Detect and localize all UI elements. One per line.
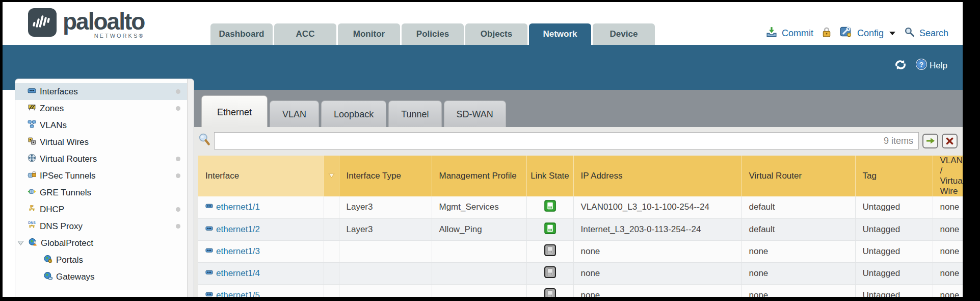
column-header-vr[interactable]: Virtual Router	[741, 156, 855, 196]
interface-icon	[205, 202, 213, 212]
status-dot	[176, 89, 180, 94]
help-button[interactable]: ? Help	[915, 58, 947, 73]
status-dot	[176, 173, 180, 178]
tab-network[interactable]: Network	[529, 23, 591, 45]
column-header-link[interactable]: Link State	[526, 156, 573, 196]
sidebar-item-label: GRE Tunnels	[40, 188, 91, 198]
cell-vlan: none	[933, 218, 963, 240]
sidebar-item-ipsec-tunnels[interactable]: IPSec Tunnels	[15, 167, 194, 184]
virtual-wires-icon	[28, 137, 36, 148]
commit-button[interactable]: Commit	[782, 28, 813, 39]
tab-acc[interactable]: ACC	[274, 23, 336, 45]
cell-type	[339, 284, 432, 297]
refresh-icon[interactable]	[894, 59, 907, 73]
column-header-interface[interactable]: Interface	[198, 156, 324, 196]
cell-type: Layer3	[339, 218, 432, 240]
interface-link[interactable]: ethernet1/1	[205, 202, 260, 212]
dhcp-icon: IP	[28, 204, 36, 215]
network-sidebar: InterfacesZonesVLANsVirtual WiresVirtual…	[15, 79, 194, 297]
config-button[interactable]: Config	[857, 28, 884, 39]
cell-vr: none	[741, 262, 855, 284]
sidebar-item-dns-proxy[interactable]: DNSDNS Proxy	[15, 218, 194, 235]
subtab-vlan[interactable]: VLAN	[270, 101, 319, 127]
sidebar-item-label: IPSec Tunnels	[40, 171, 96, 181]
lock-icon[interactable]	[821, 27, 832, 40]
sidebar-item-vlans[interactable]: VLANs	[15, 117, 194, 134]
link-state-up-icon	[526, 218, 573, 240]
column-header-vlan[interactable]: VLAN / Virtual Wire	[933, 156, 963, 196]
sidebar-item-globalprotect[interactable]: GlobalProtect	[15, 235, 194, 252]
search-button[interactable]: Search	[919, 28, 948, 39]
status-dot	[176, 157, 180, 161]
status-dot	[176, 106, 180, 111]
table-row: ethernet1/5nonenoneUntaggednone	[198, 284, 963, 297]
sidebar-item-virtual-routers[interactable]: Virtual Routers	[15, 150, 194, 167]
ipsec-tunnels-icon	[28, 170, 36, 182]
nav-actions: Commit Config	[766, 26, 948, 40]
interface-link[interactable]: ethernet1/2	[205, 224, 260, 235]
link-state-down-icon	[526, 284, 573, 297]
subtab-ethernet[interactable]: Ethernet	[201, 95, 268, 127]
column-header-ip[interactable]: IP Address	[573, 156, 741, 196]
sort-dropdown[interactable]	[324, 156, 339, 196]
expander-icon[interactable]	[17, 238, 24, 248]
sort-spacer-cell	[324, 284, 339, 297]
cell-vlan: none	[933, 262, 963, 284]
top-header: paloalto NETWORKS® DashboardACCMonitorPo…	[3, 2, 963, 45]
cell-vr: default	[741, 196, 855, 218]
brand-sub: NETWORKS®	[94, 33, 145, 39]
subtab-sd-wan[interactable]: SD-WAN	[444, 101, 506, 127]
sidebar-item-label: DNS Proxy	[40, 221, 83, 232]
cell-ip: Internet_L3_203-0-113-254--24	[573, 218, 741, 240]
link-state-up-icon	[526, 196, 573, 218]
sidebar-item-zones[interactable]: Zones	[15, 100, 194, 117]
tab-device[interactable]: Device	[593, 23, 655, 45]
interface-link[interactable]: ethernet1/4	[205, 268, 260, 279]
svg-text:?: ?	[919, 61, 923, 68]
column-header-type[interactable]: Interface Type	[339, 156, 432, 196]
portals-icon	[44, 255, 52, 266]
sidebar-item-interfaces[interactable]: Interfaces	[15, 83, 194, 100]
interface-icon	[205, 268, 213, 279]
cell-ip: none	[573, 240, 741, 262]
sidebar-item-portals[interactable]: Portals	[15, 252, 194, 268]
interfaces-table: InterfaceInterface TypeManagement Profil…	[198, 156, 963, 297]
status-dot	[176, 207, 180, 212]
cell-tag: Untagged	[855, 284, 933, 297]
interface-link[interactable]: ethernet1/3	[205, 246, 260, 257]
sidebar-scrollbar[interactable]	[187, 79, 194, 297]
interface-link[interactable]: ethernet1/5	[205, 290, 260, 297]
items-count: 9 items	[884, 136, 913, 146]
cell-tag: Untagged	[855, 218, 933, 240]
cell-vr: none	[741, 240, 855, 262]
clear-filter-button[interactable]	[942, 134, 958, 148]
config-caret-icon[interactable]	[889, 32, 895, 35]
table-row: ethernet1/1Layer3Mgmt_ServicesVLAN0100_L…	[198, 196, 963, 218]
tab-monitor[interactable]: Monitor	[338, 23, 400, 45]
subtab-tunnel[interactable]: Tunnel	[388, 101, 441, 127]
sidebar-item-label: DHCP	[40, 205, 64, 215]
column-header-mgmt[interactable]: Management Profile	[432, 156, 526, 196]
sidebar-item-label: Gateways	[56, 272, 95, 282]
tab-objects[interactable]: Objects	[465, 23, 527, 45]
sort-spacer-cell	[324, 196, 339, 218]
interface-cell: ethernet1/5	[198, 284, 324, 297]
tab-policies[interactable]: Policies	[402, 23, 464, 45]
interface-icon	[205, 246, 213, 257]
filter-input[interactable]: 9 items	[214, 132, 919, 149]
subtab-loopback[interactable]: Loopback	[321, 101, 386, 127]
paloalto-logo: paloalto NETWORKS®	[28, 8, 144, 39]
cell-ip: VLAN0100_L3_10-1-100-254--24	[573, 196, 741, 218]
sidebar-item-gateways[interactable]: Gateways	[15, 268, 194, 285]
apply-filter-button[interactable]	[922, 134, 938, 148]
column-header-tag[interactable]: Tag	[855, 156, 933, 196]
gre-tunnels-icon	[28, 187, 36, 198]
sidebar-item-label: Interfaces	[40, 87, 78, 97]
sidebar-item-gre-tunnels[interactable]: GRE Tunnels	[15, 184, 194, 201]
cell-tag: Untagged	[855, 262, 933, 284]
sidebar-item-dhcp[interactable]: IPDHCP	[15, 201, 194, 218]
tab-dashboard[interactable]: Dashboard	[210, 23, 273, 45]
cell-mgmt	[432, 262, 526, 284]
cell-type: Layer3	[339, 196, 432, 218]
sidebar-item-virtual-wires[interactable]: Virtual Wires	[15, 134, 194, 150]
